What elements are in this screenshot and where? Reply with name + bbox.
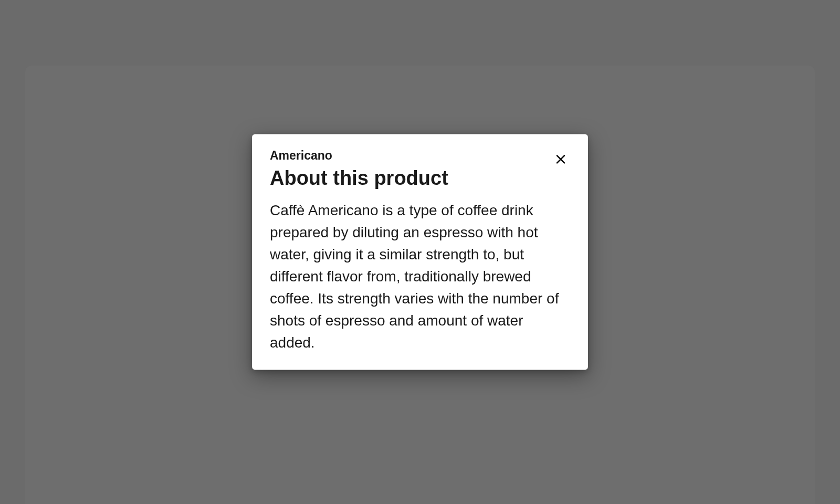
dialog-overlay: Americano About this product Caffè Ameri… xyxy=(0,0,840,504)
dialog-subtitle: Americano xyxy=(270,149,551,163)
close-button[interactable] xyxy=(551,150,570,170)
close-icon xyxy=(554,153,567,167)
product-info-dialog: Americano About this product Caffè Ameri… xyxy=(252,134,588,370)
dialog-header: Americano About this product xyxy=(270,149,570,200)
dialog-header-text: Americano About this product xyxy=(270,149,551,200)
dialog-title: About this product xyxy=(270,166,551,191)
dialog-body: Caffè Americano is a type of coffee drin… xyxy=(270,200,570,354)
